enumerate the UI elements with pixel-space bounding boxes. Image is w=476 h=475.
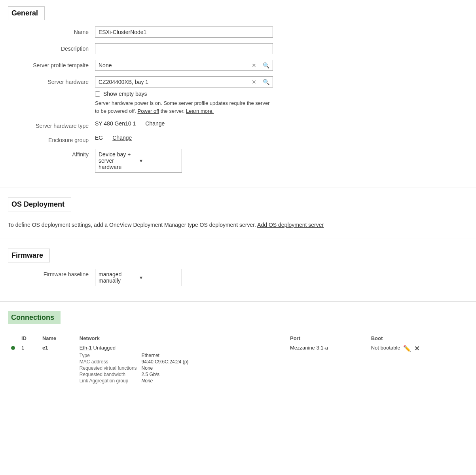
server-hardware-type-label: Server hardware type [8,120,95,129]
enclosure-group-label: Enclosure group [8,135,95,143]
add-os-deployment-server-link[interactable]: Add OS deployment server [257,222,324,228]
connection-edit-icon[interactable]: ✏️ [403,345,411,352]
mac-value: 94:40:C9:6C:24:24 (p) [142,359,189,365]
server-hardware-type-value-wrapper: SY 480 Gen10 1 Change [95,120,273,127]
server-hardware-row: Server hardware ✕ 🔍 Show empty bays Serv… [8,76,468,115]
firmware-connections-divider [0,301,476,302]
col-name: Name [39,334,76,343]
enclosure-group-content: EG Change [95,135,273,141]
server-profile-template-field-wrapper: ✕ 🔍 [95,60,273,71]
connections-title: Connections [11,314,54,322]
type-value: Ethernet [142,352,189,359]
requested-vf-label: Requested virtual functions [80,365,142,371]
connection-port-cell: Mezzanine 3:1-a [287,343,368,386]
connections-section-header: Connections [8,311,61,324]
enclosure-group-value: EG [95,135,103,141]
enclosure-group-change-btn[interactable]: Change [112,135,132,141]
server-profile-template-row: Server profile tempalte ✕ 🔍 [8,60,468,71]
connection-boot-cell: Not bootable ✏️ ✕ [368,343,468,386]
firmware-baseline-chevron-icon: ▾ [140,274,178,281]
col-network: Network [76,334,287,343]
firmware-baseline-value: managed manually [99,271,137,284]
affinity-value: Device bay + server hardware [99,151,137,170]
connection-sub-details: Type Ethernet MAC address 94:40:C9:6C:24… [80,352,284,384]
server-hardware-type-change-btn[interactable]: Change [145,120,165,127]
learn-more-link[interactable]: Learn more. [186,108,214,114]
boot-value: Not bootable [371,345,400,351]
connection-id-cell: 1 [18,343,39,386]
server-hardware-clear-btn[interactable]: ✕ [248,77,260,87]
affinity-label: Affinity [8,149,95,158]
connection-name: e1 [42,345,48,351]
firmware-baseline-field-wrapper: managed manually ▾ [95,269,273,286]
status-active-dot [11,346,15,350]
col-boot: Boot [368,334,468,343]
connection-network-link[interactable]: Eth-1 [80,345,92,351]
affinity-row: Affinity Device bay + server hardware ▾ [8,149,468,173]
show-empty-bays-label[interactable]: Show empty bays [103,91,147,97]
table-row: 1 e1 Eth-1 Untagged Type Ethernet MAC ad… [8,343,468,386]
firmware-baseline-row: Firmware baseline managed manually ▾ [8,269,468,286]
requested-bw-label: Requested bandwidth [80,371,142,378]
requested-vf-value: None [142,365,189,371]
name-label: Name [8,27,95,35]
link-agg-value: None [142,378,189,384]
firmware-baseline-select[interactable]: managed manually ▾ [95,269,182,286]
server-hardware-type-value: SY 480 Gen10 1 [95,120,136,127]
os-deployment-info-text: To define OS deployment settings, add a … [8,222,256,228]
server-hardware-field-wrapper: ✕ 🔍 Show empty bays Server hardware powe… [95,76,273,115]
description-input[interactable] [95,43,273,54]
server-hardware-search-btn[interactable]: 🔍 [260,77,273,87]
power-off-link[interactable]: Power off [137,108,159,114]
os-deployment-title: OS Deployment [11,200,64,209]
server-profile-template-input[interactable] [95,60,248,70]
enclosure-group-value-wrapper: EG Change [95,135,273,141]
server-hardware-info: Server hardware power is on. Some server… [95,99,273,115]
firmware-title: Firmware [11,251,43,260]
os-firmware-divider [0,239,476,239]
connections-table: ID Name Network Port Boot 1 e1 Eth-1 Unt… [8,334,468,386]
server-hardware-input[interactable] [95,77,248,87]
affinity-chevron-icon: ▾ [140,158,178,164]
server-profile-template-clear-btn[interactable]: ✕ [248,61,260,70]
general-title: General [11,9,38,17]
server-hardware-label: Server hardware [8,76,95,85]
description-field-wrapper [95,43,273,54]
os-deployment-content: To define OS deployment settings, add a … [0,218,476,236]
server-hardware-info-text: Server hardware power is on. Some server… [95,100,270,114]
affinity-field-wrapper: Device bay + server hardware ▾ [95,149,273,173]
os-deployment-section-header: OS Deployment [8,198,71,211]
connection-status-cell [8,343,18,386]
mac-label: MAC address [80,359,142,365]
type-label: Type [80,352,142,359]
show-empty-bays-row: Show empty bays [95,91,273,97]
server-profile-template-input-group[interactable]: ✕ 🔍 [95,60,273,71]
firmware-section-header: Firmware [8,249,50,262]
link-agg-label: Link Aggregation group [80,378,142,384]
affinity-select[interactable]: Device bay + server hardware ▾ [95,149,182,173]
col-status [8,334,18,343]
enclosure-group-row: Enclosure group EG Change [8,135,468,143]
requested-bw-value: 2.5 Gb/s [142,371,189,378]
server-profile-template-search-btn[interactable]: 🔍 [260,61,273,70]
server-hardware-type-row: Server hardware type SY 480 Gen10 1 Chan… [8,120,468,129]
connection-network-cell: Eth-1 Untagged Type Ethernet MAC address… [76,343,287,386]
description-row: Description [8,43,468,54]
connection-network-tag: Untagged [93,345,116,351]
connection-delete-icon[interactable]: ✕ [414,345,419,352]
name-row: Name [8,27,468,38]
general-os-divider [0,188,476,188]
name-field-wrapper [95,27,273,38]
general-section-header: General [8,6,45,20]
col-port: Port [287,334,368,343]
server-hardware-input-group[interactable]: ✕ 🔍 [95,76,273,87]
description-label: Description [8,43,95,52]
connection-name-cell: e1 [39,343,76,386]
name-input[interactable] [95,27,273,38]
firmware-baseline-label: Firmware baseline [8,269,95,277]
server-hardware-type-content: SY 480 Gen10 1 Change [95,120,273,127]
col-id: ID [18,334,39,343]
connections-table-header: ID Name Network Port Boot [8,334,468,343]
show-empty-bays-checkbox[interactable] [95,91,100,97]
server-profile-template-label: Server profile tempalte [8,60,95,68]
